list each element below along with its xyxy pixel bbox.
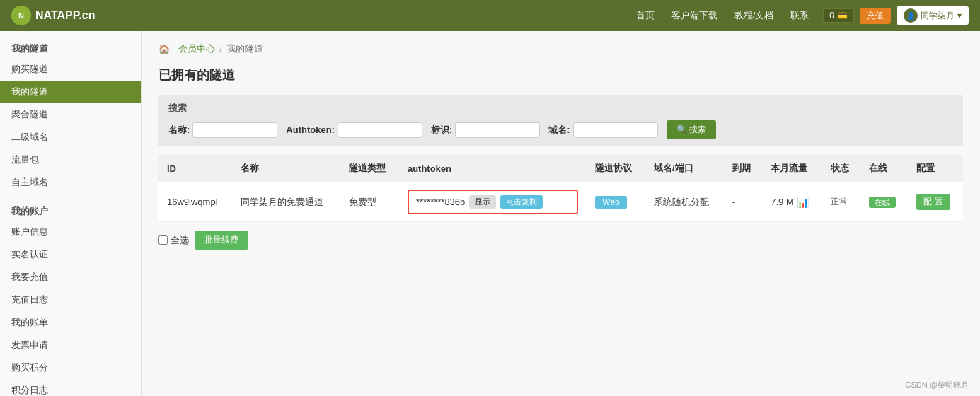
authtoken-input[interactable] xyxy=(338,122,422,138)
cell-traffic: 7.9 M 📊 xyxy=(762,182,822,222)
authtoken-masked: ********836b xyxy=(416,197,465,207)
cell-status: 正常 xyxy=(822,182,860,222)
breadcrumb-current: 我的隧道 xyxy=(226,42,263,55)
col-online: 在线 xyxy=(860,155,908,182)
cell-authtoken: ********836b 显示 点击复制 xyxy=(399,182,587,222)
authtoken-label: Authtoken: xyxy=(286,124,335,135)
sidebar-item-recharge[interactable]: 我要充值 xyxy=(0,266,141,289)
sidebar: 我的隧道 购买隧道 我的隧道 聚合隧道 二级域名 流量包 自主域名 我的账户 账… xyxy=(0,31,142,396)
dropdown-icon: ▾ xyxy=(957,11,962,21)
breadcrumb: 🏠 会员中心 / 我的隧道 xyxy=(158,42,963,55)
page-title: 已拥有的隧道 xyxy=(158,66,963,83)
show-authtoken-button[interactable]: 显示 xyxy=(469,195,496,209)
sidebar-item-subdomain[interactable]: 二级域名 xyxy=(0,126,141,148)
balance-area: 0 💳 充值 👤 同学柒月 ▾ xyxy=(823,6,969,25)
nav-docs[interactable]: 教程/文档 xyxy=(734,9,774,22)
recharge-button[interactable]: 充值 xyxy=(860,8,891,24)
sidebar-item-billing[interactable]: 我的账单 xyxy=(0,311,141,334)
sidebar-item-aggregate-tunnel[interactable]: 聚合隧道 xyxy=(0,103,141,126)
copy-authtoken-button[interactable]: 点击复制 xyxy=(500,195,543,209)
col-status: 状态 xyxy=(822,155,860,182)
sidebar-section-tunnel: 我的隧道 购买隧道 我的隧道 聚合隧道 二级域名 流量包 自主域名 xyxy=(0,37,141,194)
select-all-label[interactable]: 全选 xyxy=(158,234,189,247)
traffic-value: 7.9 M xyxy=(771,197,794,207)
sidebar-item-recharge-log[interactable]: 充值日志 xyxy=(0,289,141,311)
col-name: 名称 xyxy=(232,155,340,182)
cell-protocol: Web xyxy=(587,182,645,222)
col-type: 隧道类型 xyxy=(340,155,399,182)
domain-label: 域名: xyxy=(548,124,570,136)
protocol-badge: Web xyxy=(595,196,626,209)
search-fields: 名称: Authtoken: 标识: 域名: 🔍 搜索 xyxy=(168,120,953,139)
search-label: 搜索 xyxy=(168,102,953,115)
user-label: 同学柒月 xyxy=(921,10,955,22)
nav-download[interactable]: 客户端下载 xyxy=(671,9,717,22)
tunnel-table: ID 名称 隧道类型 authtoken 隧道协议 域名/端口 到期 本月流量 … xyxy=(158,155,963,222)
authtoken-cell: ********836b 显示 点击复制 xyxy=(408,190,578,214)
layout: 我的隧道 购买隧道 我的隧道 聚合隧道 二级域名 流量包 自主域名 我的账户 账… xyxy=(0,31,980,396)
nav-contact[interactable]: 联系 xyxy=(790,9,809,22)
sidebar-item-buy-tunnel[interactable]: 购买隧道 xyxy=(0,58,141,81)
breadcrumb-member-center[interactable]: 会员中心 xyxy=(178,42,215,55)
sidebar-section-account: 我的账户 账户信息 实名认证 我要充值 充值日志 我的账单 发票申请 购买积分 … xyxy=(0,199,141,396)
tunnel-table-container: ID 名称 隧道类型 authtoken 隧道协议 域名/端口 到期 本月流量 … xyxy=(158,155,963,222)
col-traffic: 本月流量 xyxy=(762,155,822,182)
nav-links: 首页 客户端下载 教程/文档 联系 xyxy=(636,9,809,22)
table-row: 16w9lwqmpl 同学柒月的免费通道 免费型 ********836b 显示… xyxy=(158,182,963,222)
col-protocol: 隧道协议 xyxy=(587,155,645,182)
table-header-row: ID 名称 隧道类型 authtoken 隧道协议 域名/端口 到期 本月流量 … xyxy=(158,155,963,182)
col-config: 配置 xyxy=(908,155,963,182)
sidebar-item-custom-domain[interactable]: 自主域名 xyxy=(0,171,141,194)
bulk-renew-button[interactable]: 批量续费 xyxy=(195,231,248,250)
main-content: 🏠 会员中心 / 我的隧道 已拥有的隧道 搜索 名称: Authtoken: xyxy=(142,31,980,396)
select-all-text: 全选 xyxy=(171,234,189,247)
col-expire: 到期 xyxy=(724,155,762,182)
sidebar-item-traffic-pack[interactable]: 流量包 xyxy=(0,148,141,171)
user-menu-button[interactable]: 👤 同学柒月 ▾ xyxy=(897,6,969,25)
balance-amount: 0 xyxy=(829,11,834,21)
search-bar: 搜索 名称: Authtoken: 标识: 域名: 🔍 xyxy=(158,95,963,146)
nav-home[interactable]: 首页 xyxy=(636,9,655,22)
online-badge: 在线 xyxy=(869,197,896,208)
sidebar-section-title-account: 我的账户 xyxy=(0,199,141,221)
cell-online: 在线 xyxy=(860,182,908,222)
sidebar-item-real-name[interactable]: 实名认证 xyxy=(0,243,141,266)
sidebar-item-invoice[interactable]: 发票申请 xyxy=(0,334,141,356)
tag-label: 标识: xyxy=(431,124,452,136)
cell-config: 配 置 xyxy=(908,182,963,222)
cell-expire: - xyxy=(724,182,762,222)
bottom-bar: 全选 批量续费 xyxy=(158,231,963,250)
sidebar-item-points-log[interactable]: 积分日志 xyxy=(0,379,141,396)
sidebar-item-my-tunnel[interactable]: 我的隧道 xyxy=(0,81,141,103)
user-avatar: 👤 xyxy=(904,8,918,23)
logo[interactable]: N NATAPP.cn xyxy=(11,6,95,25)
col-domain: 域名/端口 xyxy=(645,155,724,182)
logo-text: NATAPP.cn xyxy=(35,9,95,22)
home-icon[interactable]: 🏠 xyxy=(158,44,170,54)
sidebar-section-title-tunnel: 我的隧道 xyxy=(0,37,141,58)
cell-name: 同学柒月的免费通道 xyxy=(232,182,340,222)
traffic-cell: 7.9 M 📊 xyxy=(771,197,813,208)
cell-type: 免费型 xyxy=(340,182,399,222)
search-field-authtoken: Authtoken: xyxy=(286,122,422,138)
col-authtoken: authtoken xyxy=(399,155,587,182)
status-text: 正常 xyxy=(831,197,848,206)
col-id: ID xyxy=(158,155,232,182)
tag-input[interactable] xyxy=(455,122,540,138)
search-button[interactable]: 🔍 搜索 xyxy=(667,120,716,139)
balance-icon: 💳 xyxy=(837,11,848,21)
select-all-checkbox[interactable] xyxy=(158,235,168,245)
logo-icon: N xyxy=(11,6,31,25)
balance-badge: 0 💳 xyxy=(823,8,854,23)
sidebar-item-buy-points[interactable]: 购买积分 xyxy=(0,356,141,379)
footer-credit: CSDN @黎明晓月 xyxy=(906,380,969,390)
config-button[interactable]: 配 置 xyxy=(916,194,950,210)
name-input[interactable] xyxy=(192,122,277,138)
sidebar-item-account-info[interactable]: 账户信息 xyxy=(0,221,141,243)
domain-input[interactable] xyxy=(573,122,658,138)
search-field-tag: 标识: xyxy=(431,122,540,138)
breadcrumb-sep2: / xyxy=(219,44,222,54)
search-field-name: 名称: xyxy=(168,122,277,138)
cell-domain: 系统随机分配 xyxy=(645,182,724,222)
traffic-icon: 📊 xyxy=(797,197,809,208)
